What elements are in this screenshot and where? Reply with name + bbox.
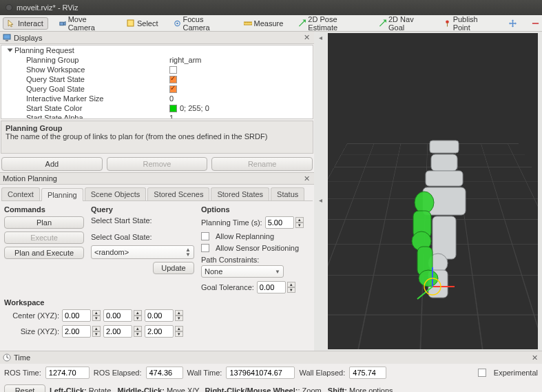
chevron-down-icon[interactable] — [8, 49, 13, 52]
checkbox-on[interactable] — [169, 85, 177, 93]
goal-tolerance-input[interactable] — [257, 281, 286, 293]
size-y-spinner[interactable]: ▴▾ — [103, 325, 142, 338]
chevron-left-icon[interactable]: ◂ — [315, 33, 325, 43]
select-button[interactable]: Select — [122, 17, 163, 30]
focus-icon — [174, 19, 181, 28]
ros-elapsed-input[interactable] — [146, 367, 183, 379]
nav-goal-button[interactable]: 2D Nav Goal — [374, 13, 433, 34]
close-icon[interactable]: ✕ — [302, 33, 311, 42]
center-y-input[interactable] — [103, 309, 132, 322]
size-x-spinner[interactable]: ▴▾ — [62, 325, 101, 338]
goal-tolerance-spinner[interactable]: ▴▾ — [257, 281, 295, 293]
spin-up-icon[interactable]: ▴ — [287, 282, 295, 287]
close-icon[interactable]: ✕ — [302, 174, 311, 183]
allow-replan-checkbox[interactable] — [201, 232, 209, 240]
move-camera-button[interactable]: Move Camera — [54, 13, 116, 34]
camera-move-icon — [59, 19, 66, 28]
spin-down-icon[interactable]: ▾ — [175, 316, 183, 321]
window-close-icon[interactable] — [6, 4, 12, 11]
wall-time-input[interactable] — [226, 367, 295, 379]
displays-tree[interactable]: Planning Request Planning Groupright_arm… — [1, 45, 313, 119]
3d-viewport[interactable] — [328, 33, 538, 349]
spin-up-icon[interactable]: ▴ — [295, 217, 304, 223]
spin-down-icon[interactable]: ▾ — [134, 316, 142, 321]
close-icon[interactable]: ✕ — [530, 353, 539, 362]
spin-up-icon[interactable]: ▴ — [175, 326, 183, 331]
plan-time-input[interactable] — [265, 216, 294, 229]
window-title: moveit.rviz* - RViz — [17, 3, 78, 12]
tree-key[interactable]: Query Start State — [26, 75, 169, 83]
center-x-spinner[interactable]: ▴▾ — [62, 309, 101, 322]
tree-key[interactable]: Start State Color — [26, 104, 169, 112]
tab-scene-objects[interactable]: Scene Objects — [85, 187, 147, 200]
size-z-spinner[interactable]: ▴▾ — [145, 325, 183, 338]
spin-up-icon[interactable]: ▴ — [175, 310, 183, 316]
spin-down-icon[interactable]: ▾ — [175, 331, 183, 337]
motion-tabs: Context Planning Scene Objects Stored Sc… — [1, 187, 313, 201]
reset-button[interactable]: Reset — [4, 384, 45, 392]
update-button[interactable]: Update — [153, 262, 194, 274]
tree-key[interactable]: Start State Alpha — [26, 114, 169, 119]
tab-status[interactable]: Status — [271, 187, 304, 200]
time-row: ROS Time: ROS Elapsed: Wall Time: Wall E… — [0, 364, 542, 382]
spin-up-icon[interactable]: ▴ — [134, 326, 142, 331]
center-x-input[interactable] — [62, 309, 91, 322]
measure-button[interactable]: Measure — [239, 17, 289, 30]
tree-key[interactable]: Query Goal State — [26, 85, 169, 93]
spin-down-icon[interactable]: ▾ — [92, 316, 101, 321]
robot-model[interactable] — [405, 136, 481, 316]
center-z-spinner[interactable]: ▴▾ — [145, 309, 183, 322]
checkbox-on[interactable] — [169, 76, 177, 83]
add-button[interactable]: Add — [1, 157, 103, 171]
size-y-input[interactable] — [103, 325, 132, 338]
center-z-input[interactable] — [145, 309, 174, 322]
ros-time-input[interactable] — [45, 367, 90, 379]
spin-up-icon[interactable]: ▴ — [134, 310, 142, 316]
focus-camera-button[interactable]: Focus Camera — [169, 13, 233, 34]
tab-stored-scenes[interactable]: Stored Scenes — [147, 187, 209, 200]
plan-execute-button[interactable]: Plan and Execute — [4, 247, 84, 259]
experimental-label: Experimental — [494, 369, 538, 377]
path-constraints-select[interactable]: None▼ — [201, 265, 284, 278]
checkbox-off[interactable] — [169, 66, 177, 74]
pose-estimate-button[interactable]: 2D Pose Estimate — [293, 13, 368, 34]
tree-key[interactable]: Interactive Marker Size — [26, 94, 169, 103]
select-label: Select — [137, 19, 158, 28]
experimental-checkbox[interactable] — [478, 369, 486, 377]
time-title: Time — [14, 353, 30, 362]
displays-panel-header[interactable]: Displays ✕ — [0, 32, 314, 44]
size-x-input[interactable] — [62, 325, 91, 338]
ruler-icon — [244, 19, 252, 28]
tab-planning[interactable]: Planning — [41, 188, 83, 201]
spin-up-icon[interactable]: ▴ — [92, 310, 101, 316]
spin-down-icon[interactable]: ▾ — [134, 331, 142, 337]
interact-button[interactable]: Interact — [3, 17, 48, 30]
publish-point-button[interactable]: Publish Point — [439, 13, 499, 34]
center-y-spinner[interactable]: ▴▾ — [103, 309, 142, 322]
tab-stored-states[interactable]: Stored States — [211, 187, 269, 200]
move-icon[interactable] — [509, 19, 517, 28]
minus-icon[interactable] — [532, 19, 539, 28]
goal-select[interactable]: <random>▲▼ — [91, 245, 194, 259]
tree-key[interactable]: Planning Group — [26, 56, 169, 64]
tab-context[interactable]: Context — [1, 187, 40, 200]
tree-value[interactable]: 1 — [169, 114, 174, 119]
tree-value[interactable]: right_arm — [169, 56, 201, 64]
spin-up-icon[interactable]: ▴ — [92, 326, 101, 331]
spin-down-icon[interactable]: ▾ — [287, 287, 295, 293]
spin-down-icon[interactable]: ▾ — [92, 331, 101, 337]
motion-panel-header[interactable]: Motion Planning ✕ — [0, 172, 314, 185]
chevron-down-icon: ▼ — [275, 269, 280, 275]
size-z-input[interactable] — [145, 325, 174, 338]
wall-elapsed-input[interactable] — [349, 367, 386, 379]
color-swatch[interactable] — [169, 105, 177, 112]
tree-key[interactable]: Show Workspace — [26, 65, 169, 74]
allow-sensor-checkbox[interactable] — [201, 244, 209, 252]
chevron-left-icon[interactable]: ◂ — [315, 196, 325, 205]
plan-time-spinner[interactable]: ▴▾ — [265, 216, 304, 229]
spin-down-icon[interactable]: ▾ — [295, 223, 304, 228]
plan-button[interactable]: Plan — [4, 216, 84, 229]
time-panel-header[interactable]: Time ✕ — [0, 351, 542, 364]
tree-value[interactable]: 0 — [169, 94, 174, 103]
tree-group-label[interactable]: Planning Request — [14, 46, 152, 54]
